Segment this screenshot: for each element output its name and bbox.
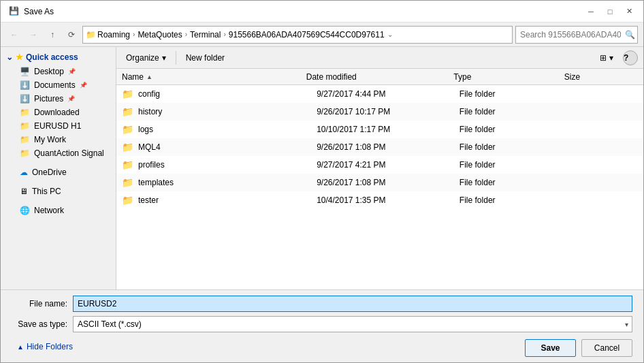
maximize-button[interactable]: □: [601, 5, 619, 18]
table-row[interactable]: 📁 logs 10/10/2017 1:17 PM File folder: [116, 121, 643, 138]
file-date-cell: 10/4/2017 1:35 PM: [317, 195, 460, 205]
title-controls: ─ □ ✕: [582, 5, 638, 18]
organize-arrow: ▾: [162, 53, 166, 63]
table-row[interactable]: 📁 MQL4 9/26/2017 1:08 PM File folder: [116, 138, 643, 156]
organize-button[interactable]: Organize ▾: [122, 52, 170, 64]
file-list: Name ▲ Date modified Type Size 📁 co: [116, 69, 643, 289]
file-rows-container: 📁 config 9/27/2017 4:44 PM File folder 📁…: [116, 85, 643, 209]
downloaded-icon: 📁: [20, 108, 30, 117]
bottom-bar: File name: Save as type: ASCII Text (*.c…: [1, 289, 643, 362]
filetype-row: Save as type: ASCII Text (*.csv)CSV (*.c…: [12, 316, 632, 332]
folder-icon: 📁: [122, 89, 135, 99]
breadcrumb-dropdown-arrow: ⌄: [387, 31, 393, 38]
minimize-button[interactable]: ─: [582, 5, 600, 18]
file-date-cell: 10/10/2017 1:17 PM: [317, 125, 460, 134]
sidebar: ⌄ ★ Quick access 🖥️ Desktop 📌 ⬇️ Documen…: [1, 47, 116, 289]
new-folder-label: New folder: [186, 53, 225, 63]
table-row[interactable]: 📁 history 9/26/2017 10:17 PM File folder: [116, 103, 643, 121]
close-button[interactable]: ✕: [620, 5, 638, 18]
folder-icon: 📁: [122, 177, 135, 188]
file-name-cell: MQL4: [135, 142, 317, 152]
navigation-toolbar: ← → ↑ ⟳ 📁 Roaming › MetaQuotes › Termina…: [1, 22, 643, 47]
sidebar-item-desktop[interactable]: 🖥️ Desktop 📌: [1, 65, 116, 78]
hide-folders-toggle[interactable]: ▲ Hide Folders: [12, 339, 78, 354]
sidebar-item-onedrive[interactable]: ☁ OneDrive: [1, 165, 116, 179]
dialog-title: Save As: [24, 7, 54, 16]
file-type-cell: File folder: [460, 178, 566, 187]
quick-access-arrow: ⌄: [6, 52, 13, 62]
breadcrumb-arrow-1: ›: [133, 31, 135, 38]
content-toolbar: Organize ▾ New folder ⊞ ▾ ?: [116, 47, 643, 69]
help-button[interactable]: ?: [623, 50, 638, 65]
network-icon: 🌐: [20, 206, 30, 215]
sidebar-item-downloaded[interactable]: 📁 Downloaded: [1, 106, 116, 119]
mywork-icon: 📁: [20, 135, 30, 144]
file-date-cell: 9/27/2017 4:44 PM: [317, 89, 460, 99]
address-bar[interactable]: 📁 Roaming › MetaQuotes › Terminal › 9155…: [82, 26, 513, 44]
forward-button[interactable]: →: [25, 27, 42, 43]
file-name-cell: profiles: [135, 160, 317, 170]
sidebar-item-thispc[interactable]: 🖥 This PC: [1, 185, 116, 198]
file-type-cell: File folder: [460, 107, 566, 116]
new-folder-button[interactable]: New folder: [182, 52, 229, 64]
desktop-pin: 📌: [68, 68, 76, 75]
up-button[interactable]: ↑: [44, 27, 61, 43]
quick-access-label: Quick access: [26, 52, 78, 62]
save-as-dialog: 💾 Save As ─ □ ✕ ← → ↑ ⟳ 📁 Roaming › Meta…: [0, 0, 644, 363]
sidebar-item-eurusd[interactable]: 📁 EURUSD H1: [1, 119, 116, 133]
back-button[interactable]: ←: [6, 27, 22, 43]
filename-label: File name:: [12, 299, 73, 309]
help-icon: ?: [624, 53, 628, 63]
filename-input[interactable]: [73, 296, 632, 312]
eurusd-icon: 📁: [20, 121, 30, 131]
table-row[interactable]: 📁 config 9/27/2017 4:44 PM File folder: [116, 85, 643, 103]
view-button[interactable]: ⊞ ▾: [596, 52, 617, 64]
sidebar-item-documents[interactable]: ⬇️ Documents 📌: [1, 78, 116, 92]
breadcrumb-arrow-2: ›: [185, 31, 187, 38]
breadcrumb-terminal: Terminal: [190, 30, 221, 40]
file-name-cell: templates: [135, 178, 317, 187]
sidebar-item-mywork[interactable]: 📁 My Work: [1, 133, 116, 146]
save-label: Save: [541, 343, 560, 353]
quantaction-icon: 📁: [20, 148, 30, 158]
content-area: Organize ▾ New folder ⊞ ▾ ?: [116, 47, 643, 289]
breadcrumb-metaquotes: MetaQuotes: [138, 30, 182, 40]
pictures-label: Pictures: [34, 94, 63, 104]
quick-access-header[interactable]: ⌄ ★ Quick access: [1, 50, 116, 65]
sidebar-separator-1: [1, 160, 116, 165]
save-button[interactable]: Save: [525, 339, 576, 357]
breadcrumb-hash: 915566BA06ADA407569C544CC0D97611: [229, 30, 385, 40]
filetype-select[interactable]: ASCII Text (*.csv)CSV (*.csv)All Files (…: [73, 316, 632, 332]
desktop-label: Desktop: [34, 67, 64, 76]
search-icon-button[interactable]: 🔍: [625, 30, 635, 40]
sidebar-item-quantaction[interactable]: 📁 QuantAction Signal: [1, 146, 116, 160]
pictures-pin: 📌: [67, 95, 75, 102]
filetype-label: Save as type:: [12, 319, 73, 329]
table-row[interactable]: 📁 templates 9/26/2017 1:08 PM File folde…: [116, 174, 643, 191]
organize-label: Organize: [126, 53, 159, 63]
file-type-cell: File folder: [460, 195, 566, 205]
table-row[interactable]: 📁 profiles 9/27/2017 4:21 PM File folder: [116, 156, 643, 174]
view-icon: ⊞: [600, 53, 607, 63]
documents-icon: ⬇️: [20, 80, 30, 90]
refresh-button[interactable]: ⟳: [63, 27, 80, 43]
pictures-icon: ⬇️: [20, 94, 30, 104]
quick-access-icon: ★: [16, 52, 23, 62]
search-input[interactable]: [515, 26, 638, 44]
file-date-cell: 9/26/2017 10:17 PM: [317, 107, 460, 116]
cancel-button[interactable]: Cancel: [581, 339, 632, 357]
sidebar-item-pictures[interactable]: ⬇️ Pictures 📌: [1, 92, 116, 106]
thispc-icon: 🖥: [20, 187, 28, 196]
sidebar-item-network[interactable]: 🌐 Network: [1, 204, 116, 217]
downloaded-label: Downloaded: [34, 108, 80, 117]
col-header-type[interactable]: Type: [453, 72, 564, 82]
col-header-date[interactable]: Date modified: [306, 72, 454, 82]
table-row[interactable]: 📁 tester 10/4/2017 1:35 PM File folder: [116, 191, 643, 209]
filename-row: File name:: [12, 296, 632, 312]
onedrive-label: OneDrive: [32, 168, 67, 177]
file-type-cell: File folder: [460, 142, 566, 152]
col-header-size[interactable]: Size: [564, 72, 638, 82]
file-name-cell: tester: [135, 195, 317, 205]
filetype-wrapper: ASCII Text (*.csv)CSV (*.csv)All Files (…: [73, 316, 632, 332]
col-header-name[interactable]: Name ▲: [122, 72, 306, 82]
